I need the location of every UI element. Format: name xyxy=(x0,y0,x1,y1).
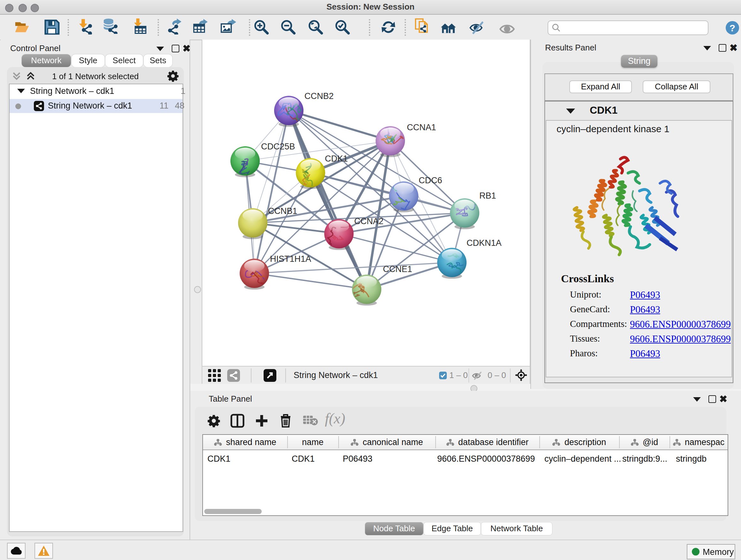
svg-text:CDK1: CDK1 xyxy=(325,154,348,164)
svg-text:RB1: RB1 xyxy=(479,191,496,200)
svg-text:CDKN1A: CDKN1A xyxy=(467,238,502,248)
svg-text:CCNB1: CCNB1 xyxy=(268,206,297,216)
svg-text:CCNB2: CCNB2 xyxy=(305,91,334,101)
svg-text:CDC25B: CDC25B xyxy=(261,142,295,151)
svg-text:HIST1H1A: HIST1H1A xyxy=(270,254,311,264)
svg-text:CDC6: CDC6 xyxy=(419,176,442,185)
svg-text:CCNE1: CCNE1 xyxy=(383,264,412,274)
svg-text:CCNA1: CCNA1 xyxy=(407,123,436,132)
svg-text:CCNA2: CCNA2 xyxy=(354,216,384,226)
